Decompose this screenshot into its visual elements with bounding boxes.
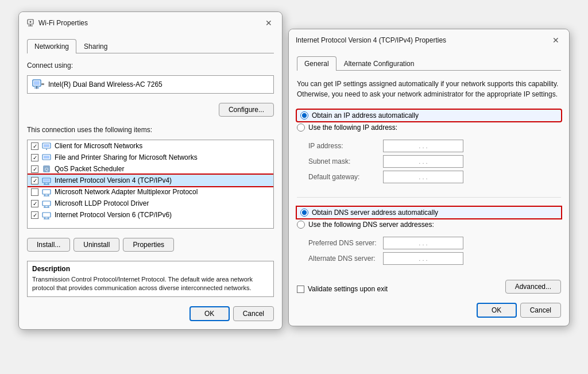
list-item[interactable]: Client for Microsoft Networks [28,140,273,152]
preferred-dns-row: Preferred DNS server: . . . [308,237,561,249]
wifi-cancel-button[interactable]: Cancel [233,306,274,321]
item-label-4: Microsoft Network Adapter Multiplexor Pr… [55,188,198,196]
subnet-mask-input[interactable]: . . . [383,155,463,168]
item-checkbox-0[interactable] [31,142,38,150]
item-icon-1 [42,153,51,162]
tab-alternate-config[interactable]: Alternate Configuration [336,56,422,71]
validate-row: Validate settings upon exit [297,285,388,293]
uninstall-button[interactable]: Uninstall [74,238,119,252]
validate-advanced-row: Validate settings upon exit Advanced... [297,280,561,294]
ipv4-tabs: General Alternate Configuration [297,56,561,71]
wifi-titlebar: Wi-Fi Properties ✕ [19,12,282,33]
list-item[interactable]: Microsoft Network Adapter Multiplexor Pr… [28,186,273,198]
separator [297,197,561,198]
list-item-highlighted[interactable]: Internet Protocol Version 4 (TCP/IPv4) [28,175,273,186]
svg-point-3 [30,21,32,23]
svg-rect-14 [44,156,49,159]
description-box: Description Transmission Control Protoco… [27,261,274,297]
ipv4-cancel-button[interactable]: Cancel [520,303,561,318]
preferred-dns-input[interactable]: . . . [383,237,463,249]
item-icon-6 [42,210,51,219]
ip-auto-label: Obtain an IP address automatically [312,111,419,119]
properties-button[interactable]: Properties [123,238,174,252]
item-checkbox-1[interactable] [31,154,38,161]
gateway-label: Default gateway: [308,173,383,181]
item-icon-4 [42,187,51,196]
subnet-mask-value: . . . [419,158,427,165]
ip-address-label: IP address: [308,142,383,150]
tab-general[interactable]: General [297,56,336,71]
dns-auto-radio-row[interactable]: Obtain DNS server address automatically [297,207,561,218]
item-checkbox-4[interactable] [31,188,38,196]
dns-manual-label: Use the following DNS server addresses: [308,221,434,229]
dns-manual-radio[interactable] [297,221,305,229]
item-icon-2: Q [42,164,51,173]
ipv4-ok-cancel: OK Cancel [297,303,561,318]
subnet-mask-label: Subnet mask: [308,157,383,165]
item-label-6: Internet Protocol Version 6 (TCP/IPv6) [55,211,172,219]
tab-networking[interactable]: Networking [27,39,76,53]
gateway-value: . . . [419,173,427,180]
items-label: This connection uses the following items… [27,126,274,134]
svg-rect-11 [44,144,49,147]
dns-auto-radio[interactable] [300,209,308,217]
wifi-close-button[interactable]: ✕ [262,17,275,29]
configure-button[interactable]: Configure... [219,103,274,117]
gateway-row: Default gateway: . . . [308,171,561,183]
ipv4-properties-dialog: Internet Protocol Version 4 (TCP/IPv4) P… [288,29,570,326]
item-checkbox-5[interactable] [31,200,38,207]
wifi-dialog-content: Networking Sharing Connect using: Intel(… [19,33,282,329]
wifi-ok-button[interactable]: OK [189,306,230,321]
alternate-dns-row: Alternate DNS server: . . . [308,252,561,265]
item-checkbox-3[interactable] [31,177,38,184]
wifi-title-left: Wi-Fi Properties [26,18,88,28]
items-list[interactable]: Client for Microsoft Networks File and P… [27,140,274,229]
adapter-icon [32,79,45,90]
preferred-dns-label: Preferred DNS server: [308,239,383,247]
list-item[interactable]: Microsoft LLDP Protocol Driver [28,198,273,209]
wifi-tabs: Networking Sharing [27,38,274,53]
ipv4-titlebar: Internet Protocol Version 4 (TCP/IPv4) P… [289,29,569,50]
connect-using-label: Connect using: [27,61,274,70]
dns-manual-radio-row[interactable]: Use the following DNS server addresses: [297,221,561,229]
install-button[interactable]: Install... [27,238,70,252]
list-item[interactable]: Q QoS Packet Scheduler [28,163,273,175]
item-label-1: File and Printer Sharing for Microsoft N… [55,153,198,161]
ip-manual-label: Use the following IP address: [308,124,397,132]
iub-buttons: Install... Uninstall Properties [27,238,274,252]
item-checkbox-2[interactable] [31,165,38,173]
ip-manual-radio[interactable] [297,124,305,132]
validate-label: Validate settings upon exit [308,285,388,293]
ipv4-dialog-content: General Alternate Configuration You can … [289,50,569,326]
ip-address-input[interactable]: . . . [383,140,463,152]
item-icon-5 [42,199,51,208]
svg-rect-30 [42,213,51,217]
ipv4-close-button[interactable]: ✕ [550,34,562,47]
item-checkbox-6[interactable] [31,211,38,219]
description-text: Transmission Control Protocol/Internet P… [32,275,269,293]
ipv4-ok-button[interactable]: OK [477,303,517,318]
svg-rect-21 [44,179,49,182]
list-item[interactable]: Internet Protocol Version 6 (TCP/IPv6) [28,209,273,221]
dns-radio-group: Obtain DNS server address automatically … [297,207,561,229]
item-label-3: Internet Protocol Version 4 (TCP/IPv4) [55,176,172,184]
dns-fields: Preferred DNS server: . . . Alternate DN… [308,237,561,265]
info-text: You can get IP settings assigned automat… [297,79,561,99]
alternate-dns-label: Alternate DNS server: [308,255,383,263]
list-item[interactable]: File and Printer Sharing for Microsoft N… [28,152,273,163]
ip-address-row: IP address: . . . [308,140,561,152]
ip-auto-radio-row[interactable]: Obtain an IP address automatically [297,110,561,121]
svg-rect-26 [42,201,51,206]
wifi-title-text: Wi-Fi Properties [38,19,88,27]
ip-manual-radio-row[interactable]: Use the following IP address: [297,124,561,132]
alternate-dns-input[interactable]: . . . [383,252,463,265]
svg-rect-5 [34,81,40,85]
preferred-dns-value: . . . [419,240,427,246]
advanced-button[interactable]: Advanced... [505,280,561,294]
svg-point-12 [46,149,47,150]
item-icon-3 [42,176,51,185]
ip-auto-radio[interactable] [300,111,308,119]
gateway-input[interactable]: . . . [383,171,463,183]
validate-checkbox[interactable] [297,286,304,293]
tab-sharing[interactable]: Sharing [76,39,115,53]
